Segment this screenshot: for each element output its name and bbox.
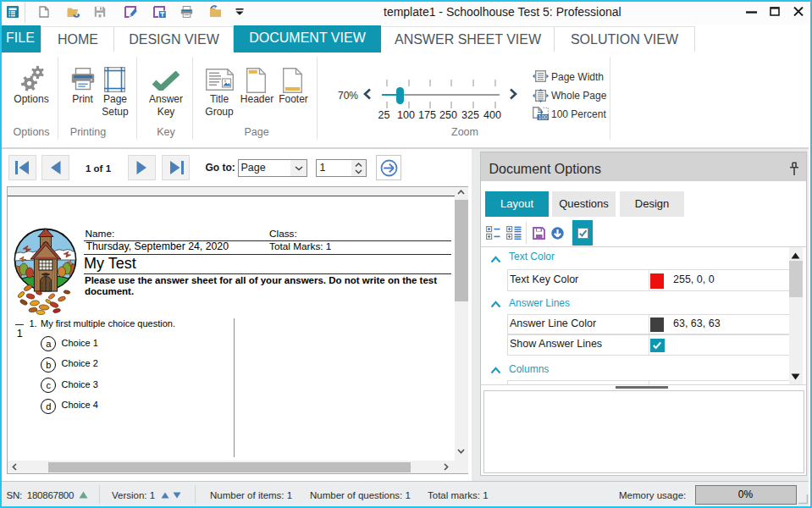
svg-text:100: 100 (539, 114, 548, 120)
